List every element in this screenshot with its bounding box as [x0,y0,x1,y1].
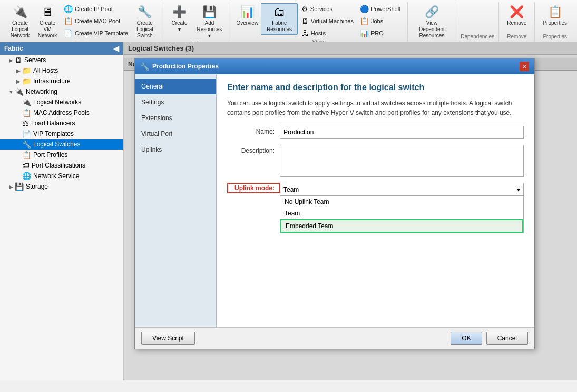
sidebar-item-logical-networks[interactable]: 🔌 Logical Networks [0,97,123,107]
option-team[interactable]: Team [280,208,523,219]
servers-label: Servers [24,56,46,64]
create-ip-pool-button[interactable]: 🌐 Create IP Pool [61,3,131,15]
show-small-buttons: ⚙ Services 🖥 Virtual Machines 🖧 Hosts [299,3,356,39]
create-group-buttons: 🔌 Create Logical Network 🖥 Create VM Net… [6,3,158,41]
dialog-nav-general[interactable]: General [135,79,216,94]
create-mac-pool-label: Create MAC Pool [75,18,120,24]
create-vm-network-button[interactable]: 🖥 Create VM Network [35,3,60,41]
view-script-button[interactable]: View Script [141,332,195,345]
powershell-label: PowerShell [371,6,400,12]
cancel-button[interactable]: Cancel [486,332,528,345]
dialog-main-content: Enter name and description for the logic… [217,74,534,327]
add-resources-button[interactable]: 💾 Add Resources ▾ [193,3,226,41]
create-vip-template-button[interactable]: 📄 Create VIP Template [61,27,131,39]
ok-button[interactable]: OK [451,332,482,345]
port-profiles-label: Port Profiles [33,151,67,159]
main-layout: Fabric ◀ ▶ 🖥 Servers ▶ 📁 All Hosts ▶ 📁 I… [0,42,577,380]
sidebar-item-all-hosts[interactable]: ▶ 📁 All Hosts [0,65,123,76]
create-vm-network-label: Create VM Network [38,20,57,39]
dialog-nav-extensions[interactable]: Extensions [135,110,216,126]
load-balancers-icon: ⚖ [22,119,29,128]
overview-button[interactable]: 📊 Overview [234,3,260,28]
properties-button[interactable]: 📋 Properties [539,3,571,28]
dialog-nav-uplinks[interactable]: Uplinks [135,142,216,158]
dialog-body: General Settings Extensions Virtual Port [135,74,534,327]
jobs-button[interactable]: 📋 Jobs [357,15,403,27]
toolbar: 🔌 Create Logical Network 🖥 Create VM Net… [0,0,577,42]
services-icon: ⚙ [301,5,308,13]
all-hosts-label: All Hosts [33,67,58,74]
sidebar-item-storage[interactable]: ▶ 💾 Storage [0,181,123,192]
dialog-title-text: Production Properties [152,63,219,70]
mac-pools-icon: 📋 [22,109,31,117]
view-dependent-button[interactable]: 🔗 View Dependent Resources [412,3,452,41]
dialog-titlebar: 🔧 Production Properties ✕ [135,58,534,74]
dialog-nav-settings[interactable]: Settings [135,94,216,110]
properties-group-buttons: 📋 Properties [539,3,571,34]
pro-button[interactable]: 📊 PRO [357,27,403,39]
virtual-machines-icon: 🖥 [301,17,309,25]
servers-icon: 🖥 [15,56,22,64]
hosts-button[interactable]: 🖧 Hosts [299,27,356,39]
jobs-label: Jobs [371,18,383,24]
dialog-nav-virtual-port[interactable]: Virtual Port [135,126,216,142]
remove-button[interactable]: ❌ Remove [503,3,530,28]
sidebar-item-mac-address-pools[interactable]: 📋 MAC Address Pools [0,107,123,118]
services-label: Services [310,6,332,12]
toolbar-group-window: 🔗 View Dependent Resources Window [408,2,457,42]
sidebar-item-logical-switches[interactable]: 🔧 Logical Switches [0,139,123,150]
all-hosts-icon: 📁 [22,66,31,75]
pro-icon: 📊 [360,29,369,37]
dialog-close-button[interactable]: ✕ [520,62,529,71]
sidebar-item-port-classifications[interactable]: 🏷 Port Classifications [0,160,123,171]
uplink-mode-dropdown: Team ▾ No Uplink Team Team [280,183,524,233]
create-dropdown-button[interactable]: ➕ Create ▾ [167,3,192,35]
create-logical-network-label: Create Logical Network [10,20,30,39]
add-resources-icon: 💾 [202,5,217,19]
add-group-buttons: ➕ Create ▾ 💾 Add Resources ▾ [167,3,226,41]
sidebar-item-load-balancers[interactable]: ⚖ Load Balancers [0,118,123,129]
content-area: Logical Switches (3) Name 🔧 Production P… [124,42,577,380]
networking-label: Networking [26,88,57,95]
create-logical-network-button[interactable]: 🔌 Create Logical Network [6,3,34,41]
create-logical-switch-button[interactable]: 🔧 Create Logical Switch [132,3,158,41]
fabric-resources-label: Fabric Resources [265,20,294,33]
remove-icon: ❌ [510,5,524,19]
sidebar-item-networking[interactable]: ▼ 🔌 Networking [0,86,123,97]
pro-label: PRO [371,30,384,36]
network-service-icon: 🌐 [22,172,31,180]
overview-label: Overview [236,20,258,26]
option-embedded-team[interactable]: Embedded Team [280,219,523,233]
description-input[interactable] [280,145,524,177]
production-properties-dialog: 🔧 Production Properties ✕ General Settin… [134,58,535,349]
powershell-button[interactable]: 🔵 PowerShell [357,3,403,15]
create-vip-template-label: Create VIP Template [75,30,128,36]
sidebar-title: Fabric [4,45,23,52]
port-classifications-icon: 🏷 [22,161,30,170]
sidebar-item-infrastructure[interactable]: ▶ 📁 Infrastructure [0,76,123,86]
view-dependent-label: View Dependent Resources [416,20,448,39]
fabric-resources-button[interactable]: 🗂 Fabric Resources [261,3,298,35]
sidebar-collapse-button[interactable]: ◀ [113,44,119,53]
create-mac-pool-button[interactable]: 📋 Create MAC Pool [61,15,131,27]
sidebar-item-port-profiles[interactable]: 📋 Port Profiles [0,150,123,160]
vip-templates-label: VIP Templates [33,130,74,138]
create-ip-pool-label: Create IP Pool [75,6,112,12]
logical-networks-label: Logical Networks [33,99,81,106]
powershell-icon: 🔵 [360,5,369,13]
view-dependent-icon: 🔗 [425,5,439,19]
sidebar-item-servers[interactable]: ▶ 🖥 Servers [0,55,123,65]
option-no-uplink-team[interactable]: No Uplink Team [280,196,523,208]
name-input[interactable] [280,126,524,139]
dialog-overlay: 🔧 Production Properties ✕ General Settin… [124,42,577,380]
sidebar-item-vip-templates[interactable]: 📄 VIP Templates [0,129,123,139]
virtual-machines-button[interactable]: 🖥 Virtual Machines [299,15,356,27]
services-button[interactable]: ⚙ Services [299,3,356,15]
uplink-mode-selected[interactable]: Team ▾ [280,183,524,195]
properties-group-label: Properties [539,34,571,41]
vip-templates-icon: 📄 [22,130,31,138]
dialog-nav: General Settings Extensions Virtual Port [135,74,217,327]
sidebar-item-network-service[interactable]: 🌐 Network Service [0,171,123,181]
toolbar-group-show: 📊 Overview 🗂 Fabric Resources ⚙ Services… [230,2,407,42]
toolbar-group-remove: ❌ Remove Remove [499,2,535,42]
